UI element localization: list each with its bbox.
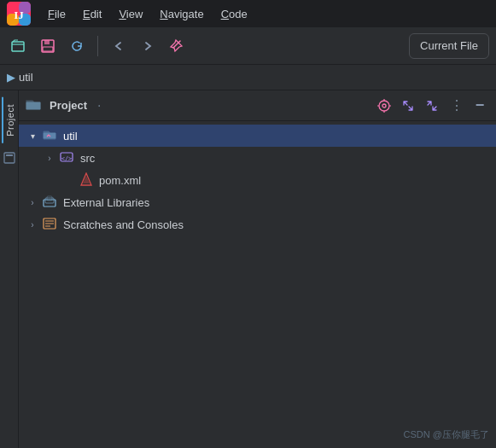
collapse-icon-button[interactable] [423, 96, 441, 115]
maven-icon [80, 172, 92, 189]
panel-header: Project · [19, 90, 496, 121]
tree-item-util-label: util [63, 130, 78, 143]
options-icon-button[interactable]: ⋮ [446, 96, 465, 115]
svg-rect-6 [12, 42, 24, 51]
pin-button[interactable] [165, 34, 189, 58]
breadcrumb-text[interactable]: util [19, 71, 33, 84]
arrow-external-libs: › [26, 198, 39, 207]
app-logo: IJ [7, 2, 31, 26]
current-file-button[interactable]: Current File [409, 33, 489, 59]
menu-code[interactable]: Code [214, 4, 254, 24]
svg-point-12 [379, 101, 389, 111]
tree-item-external-libs-label: External Libraries [63, 196, 149, 209]
panel-title: Project [50, 99, 87, 112]
target-icon-button[interactable] [375, 96, 394, 115]
tree-item-util[interactable]: ▾ util [19, 125, 496, 147]
watermark: CSDN @压你腿毛了 [404, 428, 489, 441]
tree-item-scratches[interactable]: › Scratches and Consoles [19, 213, 496, 236]
breadcrumb-icon: ▶ [7, 71, 15, 84]
arrow-util: ▾ [26, 131, 39, 141]
save-button[interactable] [36, 34, 60, 58]
svg-rect-8 [44, 40, 50, 44]
panel-header-icons: ⋮ − [375, 96, 489, 115]
svg-point-13 [382, 104, 386, 108]
tree-item-scratches-label: Scratches and Consoles [63, 218, 184, 231]
main-area: Project Project · [0, 90, 496, 448]
svg-text:IJ: IJ [14, 9, 24, 21]
tree-item-external-libs[interactable]: › External Libraries [19, 191, 496, 213]
expand-icon-button[interactable] [399, 96, 417, 115]
project-panel: Project · [19, 90, 496, 448]
external-libs-icon [43, 195, 56, 210]
svg-text:</>: </> [61, 155, 73, 162]
back-button[interactable] [107, 34, 131, 58]
menu-edit[interactable]: Edit [76, 4, 108, 24]
breadcrumb-bar: ▶ util [0, 65, 496, 90]
sidebar-item-structure[interactable] [2, 150, 17, 166]
arrow-src: › [43, 154, 56, 163]
separator-1 [97, 36, 98, 56]
util-module-icon [43, 129, 56, 143]
sidebar-item-project[interactable]: Project [2, 97, 17, 143]
new-folder-button[interactable] [7, 34, 31, 58]
src-icon: </> [60, 151, 73, 166]
tree-item-src-label: src [80, 152, 95, 165]
forward-button[interactable] [136, 34, 160, 58]
svg-rect-9 [43, 47, 53, 51]
side-tab-strip: Project [0, 90, 19, 448]
toolbar: Current File [0, 27, 496, 65]
svg-rect-11 [6, 154, 13, 156]
tree-item-pom-label: pom.xml [99, 174, 141, 187]
folder-icon [26, 97, 41, 114]
tree-container: ▾ util › </> [19, 121, 496, 448]
tree-item-src[interactable]: › </> src [19, 147, 496, 169]
menu-view[interactable]: View [112, 4, 149, 24]
refresh-button[interactable] [65, 34, 89, 58]
tree-item-pom[interactable]: pom.xml [19, 169, 496, 191]
svg-rect-10 [4, 153, 15, 163]
scratches-icon [43, 218, 56, 232]
current-file-label: Current File [420, 39, 478, 52]
minimize-icon-button[interactable]: − [470, 96, 489, 115]
panel-dot: · [97, 98, 101, 113]
arrow-scratches: › [26, 220, 39, 230]
menu-bar: IJ File Edit View Navigate Code [0, 0, 496, 27]
menu-file[interactable]: File [41, 4, 73, 24]
menu-navigate[interactable]: Navigate [153, 4, 210, 24]
